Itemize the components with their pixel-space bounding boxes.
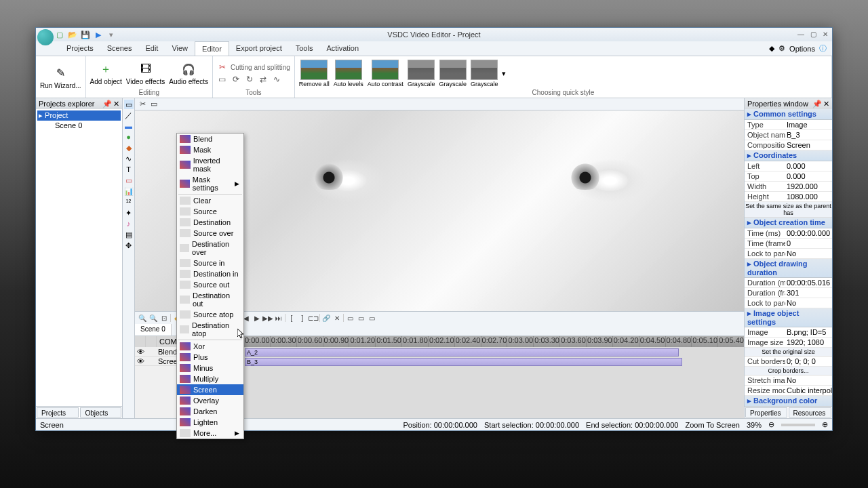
blend-mode-source-out[interactable]: Source out	[177, 279, 243, 290]
prop-time-frame[interactable]: Time (frame)0	[745, 239, 832, 249]
tl-range-icon[interactable]: ⊏⊐	[309, 313, 318, 323]
style-scroll-icon[interactable]: ▾	[502, 69, 506, 78]
blend-mode-more-[interactable]: More...▶	[177, 428, 243, 439]
run-wizard-button[interactable]: ✎Run Wizard...	[40, 65, 81, 89]
align-cut-icon[interactable]: ✂	[138, 100, 147, 109]
prop-name[interactable]: Object nameB_3	[745, 130, 832, 140]
app-logo[interactable]	[37, 29, 54, 45]
resources-tab[interactable]: Resources ...	[789, 407, 831, 418]
tl-zoom-out-icon[interactable]: 🔍	[149, 313, 158, 323]
rect-tool-icon[interactable]: ▬	[124, 121, 134, 131]
blend-mode-source-over[interactable]: Source over	[177, 228, 243, 239]
grayscale-style-1[interactable]: Grayscale	[408, 60, 435, 87]
chart-tool-icon[interactable]: 📊	[124, 186, 134, 196]
timeline-scene-tab[interactable]: Scene 0	[135, 324, 172, 336]
move-tool-icon[interactable]: ✥	[124, 241, 134, 250]
blend-mode-source[interactable]: Source	[177, 206, 243, 217]
prop-width[interactable]: Width1920.000	[745, 182, 832, 192]
menu-tab-editor[interactable]: Editor	[195, 41, 229, 56]
blend-mode-overlay[interactable]: Overlay	[177, 395, 243, 406]
status-zoom-mode[interactable]: Zoom To Screen	[685, 421, 740, 429]
props-section[interactable]: ▸ Image object settings	[745, 308, 832, 327]
help-icon[interactable]: ◆	[769, 44, 774, 53]
timeline-ruler[interactable]: 0:00.0000:00.3000:00.6000:00.9000:01.200…	[243, 336, 744, 347]
prop-type[interactable]: TypeImage	[745, 120, 832, 130]
pin-icon[interactable]: 📌	[102, 100, 112, 108]
zoom-in-icon[interactable]: ⊕	[822, 420, 828, 429]
align-copy-icon[interactable]: ▭	[149, 100, 159, 109]
menu-tab-activation[interactable]: Activation	[319, 41, 366, 56]
tool-speed-icon[interactable]: ⟳	[231, 74, 241, 85]
prop-image-size[interactable]: Image size1920; 1080	[745, 338, 832, 348]
blend-mode-blend[interactable]: Blend	[177, 134, 243, 144]
eye-icon[interactable]: 👁	[135, 357, 146, 365]
blend-mode-minus[interactable]: Minus	[177, 363, 243, 373]
select-tool-icon[interactable]: ▭	[124, 100, 134, 109]
info-icon[interactable]: ⓘ	[819, 43, 827, 54]
blend-mode-destination-out[interactable]: Destination out	[177, 290, 243, 309]
dropdown-icon[interactable]: ▾	[106, 30, 116, 39]
prop-crop-button[interactable]: Crop borders...	[745, 367, 832, 375]
projects-explorer-tab[interactable]: Projects ex...	[37, 407, 79, 418]
save-icon[interactable]: 💾	[81, 30, 90, 39]
props-section[interactable]: ▸ Background color	[745, 396, 832, 406]
props-section[interactable]: ▸ Coordinates	[745, 150, 832, 161]
video-effects-button[interactable]: 🎞Video effects	[126, 61, 165, 85]
blend-mode-source-atop[interactable]: Source atop	[177, 309, 243, 320]
tl-unlink-icon[interactable]: ✕	[332, 313, 342, 323]
blend-mode-destination-in[interactable]: Destination in	[177, 268, 243, 279]
maximize-button[interactable]: ▢	[808, 29, 818, 39]
options-label[interactable]: Options	[789, 45, 815, 53]
pin-icon[interactable]: 📌	[812, 100, 822, 108]
blend-mode-destination-over[interactable]: Destination over	[177, 239, 243, 258]
menu-tab-edit[interactable]: Edit	[138, 41, 165, 56]
menu-tab-scenes[interactable]: Scenes	[100, 41, 139, 56]
video-tool-icon[interactable]: ▤	[124, 230, 134, 239]
clip-a[interactable]: A_2	[245, 348, 679, 357]
prop-resize[interactable]: Resize modeCubic interpolatio	[745, 386, 832, 396]
tool-crop-icon[interactable]: ▭	[217, 74, 228, 85]
prop-duration-frame[interactable]: Duration (fra301	[745, 288, 832, 298]
tl-edit3-icon[interactable]: ▭	[367, 313, 376, 323]
menu-tab-tools[interactable]: Tools	[289, 41, 320, 56]
minimize-button[interactable]: —	[795, 29, 806, 39]
tl-zoom-fit-icon[interactable]: ⊡	[159, 313, 169, 323]
remove-all-style[interactable]: Remove all	[299, 60, 330, 87]
auto-contrast-style[interactable]: Auto contrast	[368, 60, 403, 87]
tl-last-icon[interactable]: ⏭	[274, 313, 283, 323]
tool-audio-icon[interactable]: ∿	[271, 74, 282, 85]
tool-flip-icon[interactable]: ⇄	[258, 74, 269, 85]
blend-mode-lighten[interactable]: Lighten	[177, 417, 243, 428]
tl-bracket-l-icon[interactable]: [	[287, 313, 296, 323]
blend-mode-inverted-mask[interactable]: Inverted mask	[177, 155, 243, 174]
menu-tab-view[interactable]: View	[165, 41, 195, 56]
blend-mode-xor[interactable]: Xor	[177, 341, 243, 352]
properties-tab[interactable]: Properties ...	[745, 407, 787, 418]
blend-mode-mask-settings[interactable]: Mask settings▶	[177, 174, 243, 193]
menu-tab-projects[interactable]: Projects	[60, 41, 100, 56]
scene-node[interactable]: Scene 0	[54, 121, 121, 130]
close-panel-icon[interactable]: ✕	[823, 100, 829, 108]
blend-mode-clear[interactable]: Clear	[177, 195, 243, 206]
close-button[interactable]: ✕	[820, 29, 831, 39]
gear-icon[interactable]: ⚙	[778, 44, 785, 53]
prop-top[interactable]: Top0.000	[745, 171, 832, 182]
zoom-slider[interactable]	[781, 424, 815, 426]
props-section[interactable]: ▸ Object drawing duration	[745, 259, 832, 278]
audio-tool-icon[interactable]: ♪	[124, 219, 134, 228]
prop-stretch[interactable]: Stretch imageNo	[745, 375, 832, 386]
close-panel-icon[interactable]: ✕	[113, 100, 119, 108]
audio-effects-button[interactable]: 🎧Audio effects	[169, 61, 208, 85]
prop-left[interactable]: Left0.000	[745, 161, 832, 171]
objects-explorer-tab[interactable]: Objects ex...	[80, 407, 121, 418]
blend-mode-mask[interactable]: Mask	[177, 144, 243, 155]
ellipse-tool-icon[interactable]: ●	[124, 132, 134, 142]
blend-mode-destination[interactable]: Destination	[177, 217, 243, 228]
prop-time-ms[interactable]: Time (ms)00:00:00.000	[745, 228, 832, 239]
eye-icon[interactable]: 👁	[135, 348, 146, 356]
blend-mode-destination-atop[interactable]: Destination atop	[177, 320, 243, 339]
prop-cut-borders[interactable]: Cut borders0; 0; 0; 0	[745, 357, 832, 367]
tl-zoom-in-icon[interactable]: 🔍	[138, 313, 147, 323]
text-tool-icon[interactable]: T	[124, 165, 134, 174]
tl-edit1-icon[interactable]: ▭	[345, 313, 355, 323]
